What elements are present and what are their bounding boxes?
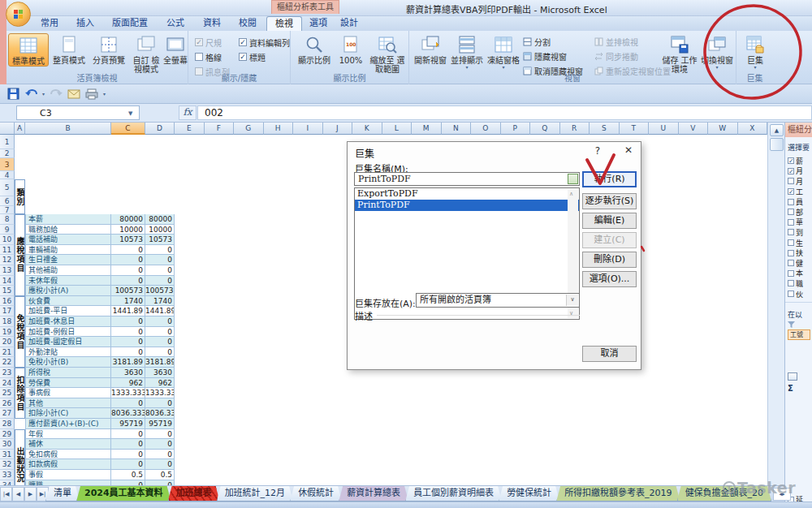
- column-header-A[interactable]: A: [15, 123, 25, 135]
- column-header-M[interactable]: M: [412, 123, 442, 135]
- cell-D23[interactable]: 3630: [145, 368, 175, 378]
- cell-B12[interactable]: 生日禮金: [25, 255, 111, 265]
- row-header-10[interactable]: 10: [0, 235, 15, 245]
- switch-windows-button[interactable]: 切換視窗 ▾: [699, 33, 735, 69]
- macro-item-ExportToPDF[interactable]: ExportToPDF: [355, 188, 579, 200]
- cell-C14[interactable]: 0: [111, 276, 145, 286]
- column-header-N[interactable]: N: [442, 123, 472, 135]
- cell-B27[interactable]: 扣除小計(C): [25, 408, 111, 419]
- cell-D13[interactable]: 0: [145, 265, 175, 276]
- pivot-field-5[interactable]: 部: [785, 207, 812, 217]
- column-header-O[interactable]: O: [471, 123, 501, 135]
- row-header-26[interactable]: 26: [0, 398, 15, 409]
- cell-B15[interactable]: 應稅小計(A): [25, 286, 111, 296]
- cell-B10[interactable]: 電話補助: [25, 235, 111, 245]
- pivot-field-9[interactable]: 扶: [785, 248, 812, 258]
- cell-B22[interactable]: 免稅小計(B): [25, 357, 111, 368]
- cell-B11[interactable]: 車輛補助: [25, 245, 111, 256]
- column-header-J[interactable]: J: [323, 123, 353, 135]
- tab-scroll-1[interactable]: ◀: [12, 487, 24, 502]
- scroll-up-button[interactable]: ▲: [770, 124, 784, 136]
- checkbox-box[interactable]: ✓: [239, 38, 247, 46]
- pivot-field-10[interactable]: 健: [785, 258, 812, 269]
- tab-scroll-0[interactable]: |◀: [0, 487, 12, 502]
- cell-B31[interactable]: 免扣病假: [25, 450, 111, 460]
- row-header-24[interactable]: 24: [0, 378, 15, 389]
- cancel-button[interactable]: 取消: [582, 346, 637, 362]
- pivot-field-checkbox[interactable]: [788, 199, 794, 205]
- hide-window-button[interactable]: 隱藏視窗: [523, 50, 567, 62]
- cell-C32[interactable]: 0: [111, 459, 145, 470]
- custom-views-button[interactable]: 自訂 檢視模式: [129, 33, 163, 74]
- freeze-panes-button[interactable]: 凍結窗格 ▾: [486, 33, 521, 69]
- column-header-G[interactable]: G: [234, 123, 264, 135]
- row-header-21[interactable]: 21: [0, 347, 15, 358]
- cell-D32[interactable]: 0: [145, 459, 175, 470]
- macro-name-input[interactable]: PrintToPDF: [354, 172, 580, 186]
- cell-C21[interactable]: 0: [111, 347, 145, 358]
- cell-D28[interactable]: 95719: [145, 419, 175, 429]
- checkbox-格線[interactable]: 格線: [195, 50, 222, 63]
- cell-B32[interactable]: 扣款病假: [25, 459, 111, 470]
- sheet-tab-勞健保統計[interactable]: 勞健保統計: [499, 486, 559, 502]
- row-header-8[interactable]: 8: [0, 214, 15, 225]
- cell-D11[interactable]: 0: [145, 245, 175, 256]
- pivot-field-checkbox[interactable]: ✓: [788, 168, 794, 174]
- column-header-K[interactable]: K: [352, 123, 382, 135]
- cell-D14[interactable]: 0: [145, 276, 175, 286]
- pivot-field-4[interactable]: 員: [785, 196, 812, 207]
- insert-function-button[interactable]: fx: [179, 105, 197, 120]
- cell-C9[interactable]: 10000: [111, 225, 145, 235]
- cell-C33[interactable]: 0.5: [111, 470, 145, 480]
- column-header-R[interactable]: R: [560, 123, 590, 135]
- cell-D22[interactable]: 3181.89: [145, 357, 175, 368]
- dialog-close-button[interactable]: ✕: [620, 144, 637, 157]
- column-header-X[interactable]: X: [738, 123, 768, 135]
- row-header-1[interactable]: 1: [0, 135, 15, 149]
- cell-D12[interactable]: 0: [145, 255, 175, 265]
- ribbon-tab-常用[interactable]: 常用: [32, 16, 67, 31]
- pivot-field-12[interactable]: 職: [785, 278, 812, 289]
- cell-C20[interactable]: 0: [111, 337, 145, 347]
- row-header-22[interactable]: 22: [0, 357, 15, 368]
- cell-D31[interactable]: 0: [145, 450, 175, 460]
- row-header-31[interactable]: 31: [0, 450, 15, 460]
- cell-C11[interactable]: 0: [111, 245, 145, 256]
- sheet-tab-所得扣繳稅額參考表_2019[interactable]: 所得扣繳稅額參考表_2019: [556, 486, 680, 502]
- pivot-field-checkbox[interactable]: [788, 291, 794, 297]
- sheet-tab-加班總表[interactable]: 加班總表: [168, 486, 220, 502]
- qat-customize-arrow[interactable]: ▾: [103, 91, 106, 97]
- cell-D9[interactable]: 10000: [145, 225, 175, 235]
- quick-print-icon[interactable]: [85, 88, 98, 101]
- row-header-28[interactable]: 28: [0, 419, 15, 429]
- synchronous-scrolling-button[interactable]: 同步捲動: [594, 50, 638, 62]
- formula-input[interactable]: 002: [197, 105, 812, 120]
- checkbox-box[interactable]: ✓: [195, 38, 203, 46]
- pivot-field-0[interactable]: ✓薪: [785, 156, 812, 166]
- column-header-I[interactable]: I: [293, 123, 323, 135]
- row-header-16[interactable]: 16: [0, 296, 15, 307]
- row-header-17[interactable]: 17: [0, 306, 15, 316]
- normal-view-button[interactable]: 標準模式: [8, 33, 49, 67]
- pivot-field-checkbox[interactable]: [788, 229, 794, 235]
- cell-B14[interactable]: 未休年假: [25, 276, 111, 286]
- column-header-C[interactable]: C: [111, 123, 145, 135]
- cell-D16[interactable]: 1740: [145, 296, 175, 307]
- ribbon-tab-公式[interactable]: 公式: [158, 16, 193, 31]
- column-header-F[interactable]: F: [205, 123, 235, 135]
- cell-B25[interactable]: 事病假: [25, 388, 111, 398]
- cell-C24[interactable]: 962: [111, 378, 145, 389]
- cell-D10[interactable]: 10573: [145, 235, 175, 245]
- run-macro-button[interactable]: 執行(R): [582, 171, 637, 187]
- cell-C23[interactable]: 3630: [111, 368, 145, 378]
- row-header-18[interactable]: 18: [0, 316, 15, 327]
- sheet-tab-加班統計_12月[interactable]: 加班統計_12月: [217, 486, 294, 502]
- pivot-field-checkbox[interactable]: [788, 280, 794, 286]
- cell-C18[interactable]: 0: [111, 316, 145, 327]
- row-header-14[interactable]: 14: [0, 276, 15, 286]
- vertical-scrollbar[interactable]: ▲: [767, 123, 784, 502]
- full-screen-button[interactable]: 全螢幕: [162, 33, 188, 65]
- checkbox-標題[interactable]: ✓標題: [239, 50, 266, 63]
- checkbox-box[interactable]: ✓: [239, 53, 247, 61]
- cell-B28[interactable]: 應付薪資(A)+(B)-(C): [25, 419, 111, 429]
